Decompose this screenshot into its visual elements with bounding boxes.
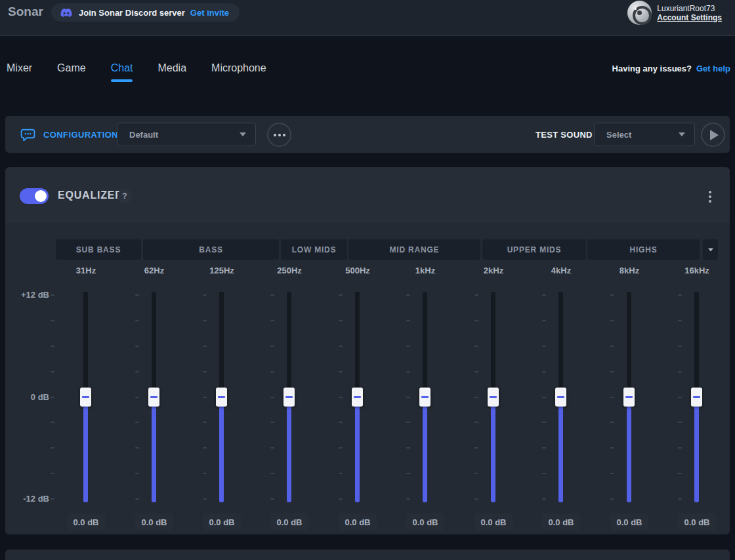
eq-band-2khz: 2kHz0.0 dB (459, 266, 528, 530)
configuration-bar: CONFIGURATION: Default TEST SOUND Select (5, 116, 730, 153)
band-value: 0.0 dB (542, 513, 580, 530)
band-freq-label: 62Hz (120, 266, 188, 275)
equalizer-toggle[interactable] (20, 188, 49, 204)
tab-chat[interactable]: Chat (111, 62, 133, 82)
configuration-label: CONFIGURATION: (43, 130, 121, 140)
play-test-sound-button[interactable] (701, 123, 725, 147)
eq-band-4khz: 4kHz0.0 dB (527, 266, 595, 530)
band-ticks (474, 294, 478, 500)
eq-band-500hz: 500Hz0.0 dB (324, 266, 392, 530)
tab-media[interactable]: Media (158, 62, 186, 82)
band-value: 0.0 dB (610, 513, 648, 530)
discord-pill-label: Join Sonar Discord server (79, 8, 185, 18)
tab-microphone[interactable]: Microphone (211, 62, 266, 82)
eq-band-16khz: 16kHz0.0 dB (663, 266, 731, 530)
slider-handle[interactable] (216, 388, 227, 407)
eq-band-125hz: 125Hz0.0 dB (188, 266, 256, 530)
slider-fill (558, 397, 563, 503)
band-value: 0.0 dB (67, 513, 105, 530)
slider-handle[interactable] (148, 388, 159, 407)
band-group-low-mids[interactable]: LOW MIDS (281, 239, 347, 260)
band-freq-label: 125Hz (188, 266, 256, 275)
scale-label-plus12: +12 dB (5, 290, 49, 300)
eq-band-31hz: 31Hz0.0 dB (52, 266, 120, 530)
help-question: Having any issues? (612, 64, 692, 73)
band-group-mid-range[interactable]: MID RANGE (348, 239, 480, 260)
slider-handle[interactable] (488, 388, 499, 407)
username: LuxuriantRoot73 (657, 4, 715, 13)
band-group-expand-button[interactable] (703, 239, 718, 260)
band-freq-label: 2kHz (459, 266, 528, 275)
band-ticks (203, 294, 207, 500)
band-value: 0.0 dB (203, 513, 241, 530)
chevron-down-icon (679, 132, 685, 136)
app-title: Sonar (8, 5, 43, 19)
slider-fill (423, 397, 427, 503)
equalizer-panel: EQUALIZER ? SUB BASS BASS LOW MIDS MID R… (5, 167, 730, 534)
get-help-link[interactable]: Get help (696, 64, 730, 73)
band-group-upper-mids[interactable]: UPPER MIDS (482, 239, 586, 260)
more-options-button[interactable] (267, 123, 291, 147)
band-freq-label: 250Hz (255, 266, 324, 275)
band-freq-label: 8kHz (595, 266, 663, 275)
scale-label-minus12: -12 dB (5, 494, 49, 504)
discord-get-invite-link[interactable]: Get invite (190, 8, 229, 18)
slider-handle[interactable] (80, 388, 91, 407)
tab-game[interactable]: Game (57, 62, 86, 82)
slider-handle[interactable] (623, 388, 635, 407)
band-ticks (135, 294, 139, 500)
chevron-down-icon (708, 248, 713, 251)
band-group-bass[interactable]: BASS (143, 239, 279, 260)
scale-label-zero: 0 dB (5, 392, 49, 403)
slider-handle[interactable] (419, 388, 430, 407)
test-sound-label: TEST SOUND (536, 130, 593, 140)
equalizer-header: EQUALIZER ? (5, 167, 730, 223)
toggle-knob (35, 190, 47, 202)
tab-mixer[interactable]: Mixer (7, 62, 32, 82)
slider-handle[interactable] (691, 388, 702, 407)
band-value: 0.0 dB (474, 513, 513, 530)
band-ticks (339, 294, 343, 500)
band-freq-label: 1kHz (391, 266, 459, 275)
kebab-menu-icon[interactable] (701, 188, 719, 206)
band-value: 0.0 dB (339, 513, 377, 530)
slider-fill (287, 397, 291, 503)
slider-fill (355, 397, 360, 503)
eq-band-1khz: 1kHz0.0 dB (391, 266, 459, 530)
band-freq-label: 500Hz (324, 266, 392, 275)
slider-fill (219, 397, 224, 503)
slider-fill (152, 397, 156, 503)
tab-bar: Mixer Game Chat Media Microphone (7, 62, 266, 82)
band-ticks (270, 294, 274, 500)
slider-fill (491, 397, 495, 503)
account-settings-link[interactable]: Account Settings (657, 13, 722, 22)
discord-icon (59, 7, 74, 18)
top-bar: Sonar Join Sonar Discord server Get invi… (0, 0, 735, 36)
test-sound-select[interactable]: Select (594, 123, 695, 146)
band-group-sub-bass[interactable]: SUB BASS (56, 239, 141, 260)
slider-fill (694, 397, 699, 503)
test-sound-select-value: Select (606, 130, 631, 140)
slider-fill (627, 397, 631, 503)
eq-band-250hz: 250Hz0.0 dB (255, 266, 324, 530)
band-freq-label: 31Hz (52, 266, 120, 275)
discord-invite-pill[interactable]: Join Sonar Discord server Get invite (51, 3, 240, 22)
configuration-select[interactable]: Default (117, 123, 256, 146)
chat-bubble-icon (20, 127, 36, 143)
band-freq-label: 16kHz (663, 266, 731, 275)
play-icon (710, 130, 719, 140)
steelseries-avatar[interactable] (627, 1, 652, 25)
equalizer-help-badge[interactable]: ? (117, 189, 132, 203)
eq-band-62hz: 62Hz0.0 dB (120, 266, 188, 530)
slider-fill (83, 397, 88, 503)
configuration-select-value: Default (129, 130, 158, 140)
slider-handle[interactable] (284, 388, 295, 407)
band-value: 0.0 dB (270, 513, 308, 530)
band-ticks (542, 294, 546, 500)
slider-handle[interactable] (555, 388, 566, 407)
ellipsis-icon (274, 134, 285, 136)
slider-handle[interactable] (352, 388, 363, 407)
band-ticks (678, 294, 682, 500)
band-ticks (67, 294, 71, 500)
band-group-highs[interactable]: HIGHS (587, 239, 700, 260)
